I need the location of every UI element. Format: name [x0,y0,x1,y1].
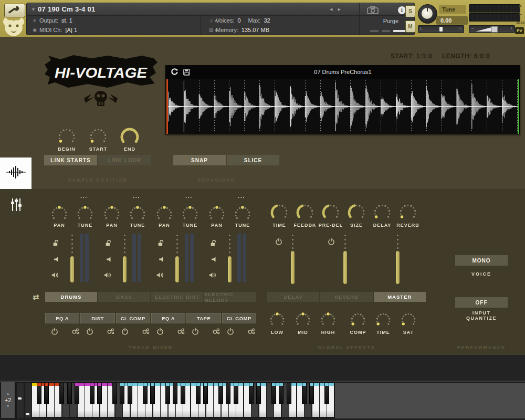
channel-3-min-volume-icon[interactable] [159,255,164,265]
black-key-1[interactable] [37,383,41,404]
tune-menu-icon-1[interactable]: ··· [80,194,88,201]
global-tab-reverb[interactable]: REVERB [320,292,372,302]
channel-4-volume-fader-handle[interactable] [228,256,232,282]
channel-4-min-volume-icon[interactable] [211,255,217,265]
black-key-9[interactable] [97,383,102,404]
mixer-tab-bass[interactable]: BASS [98,292,150,302]
purge-button[interactable]: Purge [383,18,398,24]
knob-master-mid[interactable] [293,310,313,330]
black-key-2[interactable] [44,383,49,404]
transpose-down-icon[interactable]: ▾ [7,404,9,409]
info-icon[interactable]: i [398,6,406,14]
fx-slot-5-tape[interactable]: TAPE [186,313,220,323]
fx-slot-1-eq-a[interactable]: EQ A [45,313,79,323]
black-key-27[interactable] [234,383,238,404]
knob-send-size[interactable] [345,202,368,224]
black-key-6[interactable] [75,383,79,404]
fx-slot-2-power-icon[interactable] [86,328,93,337]
knob-send-delay[interactable] [371,202,393,224]
knob-master-high[interactable] [318,310,338,330]
snapshot-camera-icon[interactable] [367,6,379,16]
black-key-32[interactable] [271,383,276,404]
master-tune-knob[interactable] [418,4,437,24]
fx-slot-6-cl-comp[interactable]: CL COMP [222,313,256,323]
fx-slot-3-edit-icon[interactable] [142,328,150,337]
black-key-19[interactable] [173,383,177,404]
knob-send-time[interactable] [268,202,290,224]
aux-button[interactable]: AUX [516,20,524,25]
fx-slot-5-edit-icon[interactable] [212,328,220,337]
black-key-12[interactable] [120,383,124,404]
knob-pan-4[interactable] [206,204,227,225]
knob-pan-1[interactable] [49,204,70,225]
channel-2-volume-fader[interactable] [120,235,129,282]
channel-2-volume-fader-handle[interactable] [123,256,127,282]
prev-instrument-icon[interactable]: ◂ [330,6,338,12]
transpose-up-icon[interactable]: ▴ [7,391,9,396]
knob-master-time[interactable] [373,310,393,330]
minimize-button[interactable]: − [516,11,524,17]
knob-send-pre-del[interactable] [320,202,342,224]
tune-menu-icon-4[interactable]: ··· [238,194,245,201]
knob-pan-2[interactable] [101,204,122,225]
black-key-26[interactable] [226,383,230,404]
mixer-tab-electric-dist[interactable]: ELECTRIC DIST [151,292,203,302]
black-key-5[interactable] [67,383,72,404]
tune-value[interactable]: 0.00 [436,16,468,25]
close-button[interactable]: × [516,3,524,9]
knob-pan-3[interactable] [154,204,175,225]
fx-slot-3-power-icon[interactable] [121,328,129,337]
knob-master-sat[interactable] [398,310,418,330]
next-instrument-icon[interactable]: ▸ [338,6,346,12]
edit-wrench-button[interactable] [4,4,25,17]
output-value[interactable]: st. 1 [61,17,72,24]
channel-1-volume-fader-handle[interactable] [70,256,74,282]
channel-4-max-volume-icon[interactable] [209,271,217,280]
channel-4-lock-icon[interactable] [210,239,217,249]
fx-slot-6-power-icon[interactable] [227,328,234,337]
knob-master-comp[interactable] [348,310,368,330]
black-key-39[interactable] [324,383,329,404]
black-key-16[interactable] [150,383,155,404]
channel-2-min-volume-icon[interactable] [106,255,112,265]
black-key-29[interactable] [249,383,254,404]
channel-3-lock-icon[interactable] [158,239,164,249]
transpose-control[interactable]: ▴ +2 ▾ [1,382,15,418]
delay-return-fader[interactable] [288,235,297,284]
master-return-fader[interactable] [393,235,402,284]
channel-4-volume-fader[interactable] [225,235,234,282]
fx-slot-4-edit-icon[interactable] [177,328,185,337]
black-key-22[interactable] [196,383,201,404]
mod-wheel[interactable] [24,382,32,419]
black-key-15[interactable] [143,383,148,404]
global-tab-delay[interactable]: DELAY [267,292,319,302]
master-return-fader-handle[interactable] [396,251,400,284]
pan-slider[interactable]: L R [418,25,464,33]
knob-start[interactable] [87,126,109,148]
knob-send-feedbk[interactable] [294,202,316,224]
black-key-36[interactable] [302,383,307,404]
black-key-37[interactable] [309,383,314,404]
channel-2-max-volume-icon[interactable] [104,271,112,280]
black-key-33[interactable] [279,383,284,404]
black-key-18[interactable] [165,383,170,404]
knob-tune-1[interactable] [75,204,96,225]
delay-return-fader-handle[interactable] [291,251,295,284]
channel-1-lock-icon[interactable] [52,239,59,249]
black-key-13[interactable] [128,383,132,404]
black-key-8[interactable] [90,383,94,404]
pv-button[interactable]: PV [515,27,524,34]
knob-send-reverb[interactable] [397,202,419,224]
pan-handle[interactable] [439,27,443,32]
pitch-wheel[interactable] [16,382,24,419]
input-quantize-button[interactable]: OFF [455,297,508,308]
fx-slot-1-power-icon[interactable] [51,328,58,337]
knob-end[interactable] [118,125,141,149]
midi-value[interactable]: [A] 1 [65,27,77,33]
reverb-return-fader[interactable] [341,235,349,284]
mixer-tab-drums[interactable]: DRUMS [45,292,97,302]
mixer-tab-electric-melody[interactable]: ELECTRIC MELODY [204,292,256,302]
reverb-power-icon[interactable] [328,238,335,247]
black-key-11[interactable] [112,383,117,404]
mute-button[interactable]: M [405,20,415,33]
